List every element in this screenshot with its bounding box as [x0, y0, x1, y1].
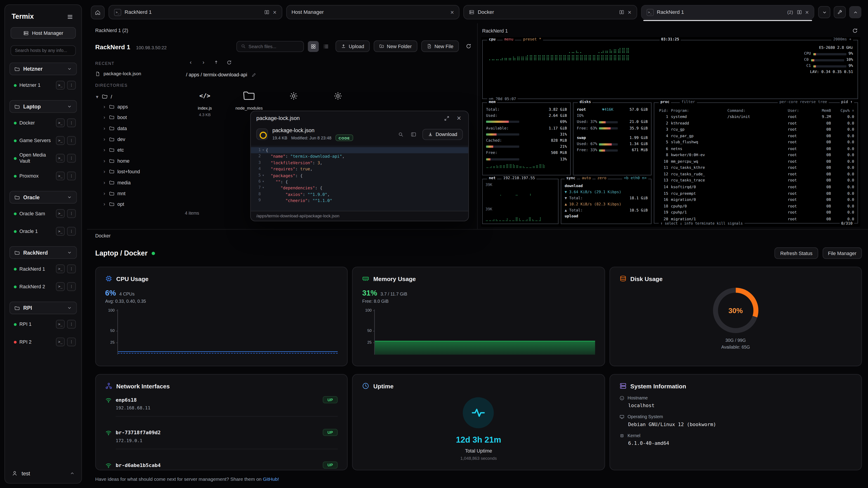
host-open-media-vault[interactable]: Open Media Vault >_⋮ [9, 151, 77, 166]
file-search-input[interactable] [248, 43, 299, 49]
host-rpi-1[interactable]: RPI 1 >_⋮ [9, 317, 77, 332]
process-row[interactable]: 15 rcu_preempt root 0B 0.0 [657, 191, 854, 197]
process-row[interactable]: 1 systemd /sbin/init root 9.2M 0.0 [657, 114, 854, 120]
back-button[interactable]: ‹ [186, 58, 195, 67]
open-in-editor-icon[interactable] [410, 130, 417, 138]
open-terminal-button[interactable]: >_ [56, 119, 65, 127]
host-menu-button[interactable]: ⋮ [67, 154, 76, 163]
close-icon[interactable]: × [628, 9, 631, 15]
process-row[interactable]: 3 rcu_gp root 0B 0.0 [657, 127, 854, 133]
host-manager-button[interactable]: Host Manager [11, 27, 76, 39]
tab-host-manager[interactable]: Host Manager × [286, 5, 460, 20]
host-proxmox[interactable]: Proxmox >_⋮ [9, 168, 77, 184]
github-link[interactable]: GitHub! [263, 477, 279, 482]
group-racknerd[interactable]: RackNerd [9, 246, 77, 259]
expand-icon[interactable] [443, 114, 451, 122]
host-rpi-2[interactable]: RPI 2 >_⋮ [9, 334, 77, 350]
process-row[interactable]: 16 migration/0 root 0B 0.0 [657, 197, 854, 203]
group-oracle[interactable]: Oracle [9, 191, 77, 203]
process-row[interactable]: 14 ksoftirqd/0 root 0B 0.0 [657, 184, 854, 191]
grid-view-button[interactable] [308, 41, 319, 52]
directory-item[interactable]: › apps [95, 101, 177, 112]
tools-button[interactable] [834, 6, 846, 18]
breadcrumb[interactable]: / apps / termix-download-api [186, 72, 474, 77]
process-row[interactable]: 12 rcu_tasks_rude_ root 0B 0.0 [657, 171, 854, 178]
tab-racknerd-1-files[interactable]: >_ RackNerd 1 (2) × [641, 5, 814, 20]
process-row[interactable]: 8 kworker/0:0H-ev root 0B 0.0 [657, 152, 854, 159]
reconnect-icon[interactable] [852, 28, 858, 34]
terminal-screen[interactable]: cpu menu preset * 03:31:25 2000ms + ⠀⠀⠀⠀… [481, 37, 860, 227]
open-terminal-button[interactable]: >_ [56, 282, 65, 291]
open-terminal-button[interactable]: >_ [56, 209, 65, 218]
group-laptop[interactable]: Laptop [9, 100, 77, 113]
host-menu-button[interactable]: ⋮ [67, 282, 76, 291]
directory-item[interactable]: › lost+found [95, 166, 177, 177]
host-oracle-sam[interactable]: Oracle Sam >_⋮ [9, 206, 77, 221]
sidebar-menu-button[interactable] [65, 11, 75, 22]
group-hetzner[interactable]: Hetzner [9, 63, 77, 75]
directory-item[interactable]: › home [95, 156, 177, 166]
split-view-icon[interactable] [796, 9, 802, 15]
process-row[interactable]: 10 mm_percpu_wq root 0B 0.0 [657, 159, 854, 165]
directory-item[interactable]: › data [95, 123, 177, 134]
close-icon[interactable]: × [450, 9, 454, 15]
recent-file-item[interactable]: package-lock.json [95, 70, 177, 80]
close-icon[interactable]: × [273, 9, 277, 15]
open-terminal-button[interactable]: >_ [56, 320, 65, 329]
host-docker[interactable]: Docker >_⋮ [9, 115, 77, 131]
host-racknerd-1[interactable]: RackNerd 1 >_⋮ [9, 261, 77, 277]
forward-button[interactable]: › [199, 58, 208, 67]
directory-item[interactable]: › boot [95, 112, 177, 123]
process-row[interactable]: 18 cpuhp/0 root 0B 0.0 [657, 203, 854, 210]
tab-list-button[interactable] [818, 6, 831, 18]
directory-item[interactable]: › dev [95, 134, 177, 144]
directory-item[interactable]: › media [95, 177, 177, 188]
process-row[interactable]: 19 cpuhp/1 root 0B 0.0 [657, 210, 854, 216]
edit-path-icon[interactable] [251, 72, 256, 77]
directory-root[interactable]: ▾ / [95, 92, 177, 101]
split-view-icon[interactable] [619, 9, 624, 15]
host-menu-button[interactable]: ⋮ [67, 171, 76, 180]
download-button[interactable]: Download [422, 129, 463, 140]
file-tile-index-js[interactable]: </> index.js 4.3 KB [188, 88, 221, 117]
code-preview[interactable]: 1▾{2 "name": "termix-download-api",3 "lo… [251, 145, 468, 211]
refresh-files-button[interactable] [463, 41, 474, 52]
open-terminal-button[interactable]: >_ [56, 337, 65, 346]
process-row[interactable]: 2 kthreadd root 0B 0.0 [657, 121, 854, 127]
process-row[interactable]: 5 slub_flushwq root 0B 0.0 [657, 140, 854, 146]
host-menu-button[interactable]: ⋮ [67, 81, 76, 90]
tab-racknerd-1-terminal[interactable]: >_ RackNerd 1 × [108, 5, 282, 20]
open-terminal-button[interactable]: >_ [56, 171, 65, 180]
refresh-status-button[interactable]: Refresh Status [775, 248, 818, 259]
close-icon[interactable]: × [805, 9, 809, 15]
list-view-button[interactable] [320, 41, 332, 52]
file-manager-button[interactable]: File Manager [822, 248, 862, 259]
host-menu-button[interactable]: ⋮ [67, 136, 76, 145]
new-file-button[interactable]: New File [421, 40, 459, 52]
host-menu-button[interactable]: ⋮ [67, 265, 76, 273]
group-rpi[interactable]: RPI [9, 302, 77, 314]
host-menu-button[interactable]: ⋮ [67, 227, 76, 236]
new-folder-button[interactable]: New Folder [374, 40, 417, 52]
search-in-file-icon[interactable] [397, 130, 405, 138]
process-row[interactable]: 11 rcu_tasks_kthre root 0B 0.0 [657, 165, 854, 171]
directory-item[interactable]: › mnt [95, 188, 177, 199]
process-row[interactable]: 13 rcu_tasks_trace root 0B 0.0 [657, 178, 854, 184]
host-hetzner-1[interactable]: Hetzner 1 >_⋮ [9, 77, 77, 93]
directory-item[interactable]: › etc [95, 144, 177, 156]
user-menu[interactable]: test [9, 466, 77, 477]
directory-item[interactable]: › opt [95, 199, 177, 210]
host-oracle-1[interactable]: Oracle 1 >_⋮ [9, 223, 77, 239]
process-row[interactable]: 4 rcu_par_gp root 0B 0.0 [657, 133, 854, 139]
open-terminal-button[interactable]: >_ [56, 154, 65, 163]
host-menu-button[interactable]: ⋮ [67, 320, 76, 329]
host-menu-button[interactable]: ⋮ [67, 119, 76, 127]
collapse-panel-button[interactable] [849, 6, 862, 18]
tab-docker[interactable]: Docker × [463, 5, 637, 20]
host-racknerd-2[interactable]: RackNerd 2 >_⋮ [9, 279, 77, 294]
host-menu-button[interactable]: ⋮ [67, 209, 76, 218]
host-menu-button[interactable]: ⋮ [67, 337, 76, 346]
up-directory-button[interactable] [212, 58, 221, 67]
host-search-input[interactable] [11, 45, 76, 56]
split-view-icon[interactable] [264, 9, 270, 15]
